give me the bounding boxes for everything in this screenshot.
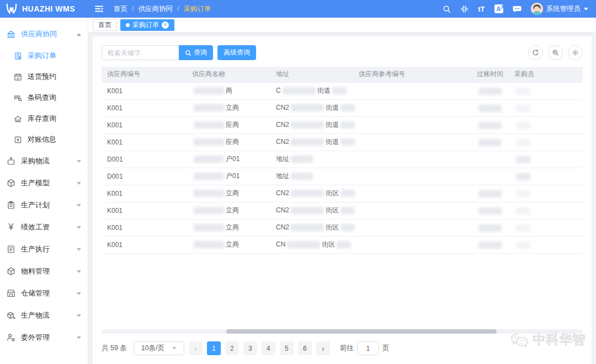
table-row[interactable]: K001 立商 CN2街区 (102, 185, 583, 202)
redacted-text (291, 138, 324, 146)
breadcrumb-current: 采购订单 (183, 4, 211, 14)
redacted-text (478, 207, 502, 215)
tab-close-icon[interactable]: × (162, 22, 169, 29)
sidebar-item-performance-wage[interactable]: ¥ 绩效工资 (0, 216, 88, 238)
page-button-5[interactable]: 5 (280, 341, 294, 355)
table-row[interactable]: D001 户01 地址 (102, 168, 583, 185)
empty-space (102, 254, 583, 330)
cell-supplier-no: K001 (107, 207, 123, 215)
next-page-button[interactable]: › (316, 341, 330, 355)
font-size-icon[interactable]: tT (478, 6, 485, 13)
goto-page-input[interactable] (357, 341, 379, 355)
cell-supplier-no: K001 (107, 121, 123, 129)
page-button-4[interactable]: 4 (262, 341, 275, 355)
sidebar-item-delivery-appointment[interactable]: 送货预约 (0, 66, 88, 87)
table-row[interactable]: K001 商 C街道 (102, 82, 583, 99)
refresh-icon (532, 49, 539, 56)
table-row[interactable]: D001 户01 地址 (102, 151, 583, 168)
tab-home[interactable]: 首页 (93, 19, 117, 31)
house-icon (14, 115, 22, 123)
tab-purchase-orders[interactable]: 采购订单 × (120, 19, 174, 31)
zoom-search-button[interactable] (548, 45, 563, 60)
table-row[interactable]: K001 立商 CN2街道 (102, 99, 583, 116)
query-button[interactable]: 查询 (179, 45, 213, 60)
cell-supplier-name: 户01 (226, 155, 240, 163)
cell-address: CN2 (276, 206, 289, 214)
sidebar-item-purchase-logistics[interactable]: 采购物流 (0, 150, 88, 172)
cube-icon (7, 179, 15, 188)
col-supplier-ref-no: 供应商参考编号 (353, 67, 438, 82)
cell-address: CN2 (276, 189, 289, 197)
sidebar-item-production-model[interactable]: 生产模型 (0, 172, 88, 194)
sidebar-item-inventory-query[interactable]: 库存查询 (0, 108, 88, 129)
search-input[interactable] (102, 45, 179, 60)
redacted-text (194, 156, 224, 163)
redacted-text (194, 104, 224, 111)
search-icon[interactable] (443, 5, 451, 13)
settings-button[interactable] (568, 45, 583, 60)
table-row[interactable]: K001 立商 CN2街区 (102, 202, 583, 219)
advanced-query-button[interactable]: 高级查询 (217, 45, 256, 60)
redacted-text (516, 105, 530, 112)
sidebar-item-material-management[interactable]: 物料管理 (0, 260, 88, 282)
page-button-1[interactable]: 1 (207, 341, 221, 355)
scrollbar-thumb[interactable] (226, 329, 497, 334)
sidebar-group-label: 供应商协同 (21, 29, 71, 39)
fullscreen-icon[interactable] (460, 5, 469, 13)
redacted-text (287, 241, 320, 248)
sidebar-item-warehouse-management[interactable]: 仓储管理 (0, 282, 88, 304)
redacted-text (340, 207, 355, 214)
gear-icon (572, 49, 579, 56)
chevron-down-icon (77, 160, 81, 163)
message-icon[interactable] (513, 5, 522, 13)
table-row[interactable]: K001 立商 CN2街区 (102, 219, 583, 236)
sidebar-collapse-icon[interactable] (95, 5, 104, 13)
page-button-6[interactable]: 6 (298, 341, 312, 355)
redacted-text (516, 88, 530, 95)
redacted-text (291, 173, 313, 180)
advanced-query-label: 高级查询 (223, 48, 250, 57)
document-icon (7, 245, 15, 254)
redacted-text (291, 104, 324, 111)
redacted-text (516, 139, 530, 146)
sidebar-item-label: 委外管理 (21, 333, 71, 342)
chevron-up-icon (77, 33, 81, 36)
sidebar-group-supplier-collab[interactable]: 供应商协同 (0, 23, 88, 45)
sidebar-item-label: 对账信息 (28, 135, 56, 144)
cube-arrow-icon (7, 311, 15, 320)
cube-icon (7, 267, 15, 276)
prev-page-button[interactable]: ‹ (189, 341, 203, 355)
redacted-text (283, 87, 316, 94)
sidebar-item-production-plan[interactable]: 生产计划 (0, 194, 88, 216)
page-size-select[interactable]: 10条/页 (134, 341, 184, 355)
refresh-button[interactable] (528, 45, 543, 60)
cell-supplier-no: K001 (107, 138, 123, 146)
page-button-3[interactable]: 3 (243, 341, 257, 355)
sidebar-item-reconciliation-info[interactable]: 对账信息 (0, 129, 88, 150)
language-icon[interactable]: A文 (494, 4, 503, 13)
sidebar-item-outsourcing-management[interactable]: 委外管理 (0, 326, 88, 349)
horizontal-scrollbar[interactable] (102, 329, 583, 334)
pagination: 共 59 条 10条/页 ‹ 1 2 3 4 5 6 › 前往 (102, 341, 583, 355)
user-menu[interactable]: 系统管理员 (531, 3, 589, 15)
breadcrumb-supplier-collab[interactable]: 供应商协同 (138, 4, 173, 14)
cell-supplier-ref (353, 202, 438, 219)
redacted-text (478, 88, 502, 95)
sidebar-item-barcode-query[interactable]: 条码查询 (0, 87, 88, 108)
table-row[interactable]: K001 立商 CN街区 (102, 236, 583, 253)
sidebar-item-purchase-orders[interactable]: 采购订单 (0, 45, 88, 66)
cell-address: CN2 (276, 138, 289, 146)
sidebar-item-production-execution[interactable]: 生产执行 (0, 238, 88, 260)
table-row[interactable]: K001 应商 CN2街道 (102, 116, 583, 133)
col-supplier-name: 供应商名称 (187, 67, 270, 82)
cell-supplier-no: K001 (107, 87, 123, 95)
redacted-text (516, 173, 530, 180)
cell-supplier-no: D001 (107, 173, 123, 180)
header-actions: tT A文 系统管理员 (443, 3, 596, 15)
avatar[interactable] (531, 3, 543, 15)
page-button-2[interactable]: 2 (225, 341, 239, 355)
breadcrumb-home[interactable]: 首页 (114, 4, 127, 14)
sidebar-item-production-logistics[interactable]: 生产物流 (0, 304, 88, 326)
sidebar: 供应商协同 采购订单 送货预约 条码查询 库 (0, 18, 88, 364)
table-row[interactable]: K001 应商 CN2街道 (102, 133, 583, 151)
